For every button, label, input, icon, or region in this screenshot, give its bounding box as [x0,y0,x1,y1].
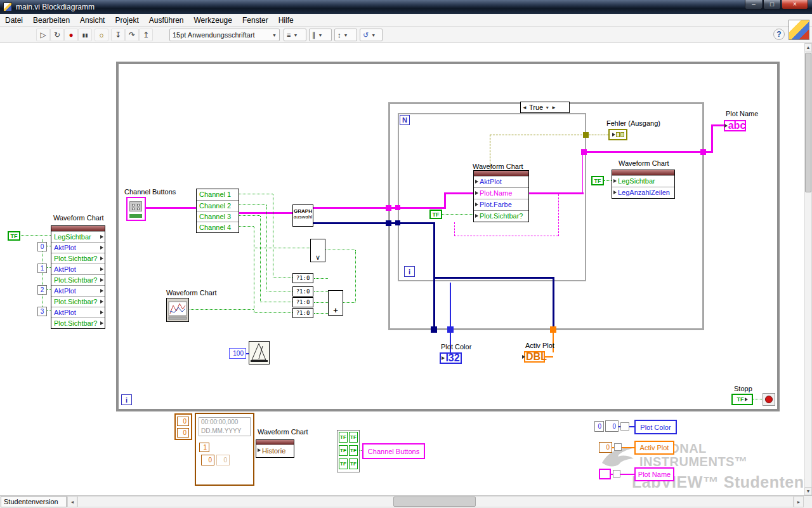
property-row[interactable]: AktPlot [51,242,105,253]
while-iteration-terminal[interactable]: i [121,394,132,405]
channel-item[interactable]: Channel 4 [197,222,239,232]
timestamp-cluster[interactable]: 00:00:00,000 DD.MM.YYYY 1 0 0 [195,413,254,486]
distribute-objects-button[interactable]: ∥ ▼ [309,29,332,41]
error-out-indicator[interactable] [608,129,627,140]
scroll-right-icon[interactable]: ► [794,496,804,507]
build-array-node[interactable]: ∨ [310,239,325,262]
property-row[interactable]: LegSichtbar [51,231,105,242]
property-row[interactable]: LegSichtbar [612,175,674,187]
menu-projekt[interactable]: Projekt [110,15,143,26]
boolean-array[interactable]: TF TF TF TF TF TF [337,430,360,472]
menu-ansicht[interactable]: Ansicht [75,15,110,26]
property-row[interactable]: Plot.Sichtbar? [51,274,105,285]
pause-icon[interactable]: ▮▮ [78,29,92,41]
select-node[interactable]: ?1:0 [292,286,313,297]
property-row[interactable]: Plot.Sichtbar? [51,296,105,307]
numeric-display[interactable]: 0 [605,420,619,432]
property-row[interactable]: Plot.Farbe [474,199,528,210]
index-constant[interactable]: 0 [37,242,47,251]
abort-icon[interactable]: ● [64,29,78,41]
select-node[interactable]: ?1:0 [292,273,313,283]
index-constant[interactable]: 3 [37,307,47,316]
property-row[interactable]: AktPlot [51,307,105,318]
property-row[interactable]: AktPlot [51,264,105,274]
channel-buttons-local[interactable]: Channel Buttons [362,443,425,459]
scroll-left-icon[interactable]: ◄ [67,496,77,507]
numeric-display-dimmed[interactable]: 0 [216,455,230,465]
property-node-waveform-chart-left[interactable]: LegSichtbar AktPlot Plot.Sichtbar? AktPl… [51,225,105,329]
case-next-icon[interactable]: ► [551,105,556,110]
align-objects-button[interactable]: ≡ ▼ [284,29,306,41]
run-icon[interactable]: ▷ [36,29,50,41]
boolean-constant[interactable]: TF [429,210,442,219]
loop-condition-terminal[interactable] [763,393,775,406]
case-selector[interactable]: ◄ True ▼ ► [520,102,570,113]
menu-ausfuehren[interactable]: Ausführen [144,15,189,26]
property-row[interactable]: AktPlot [474,176,528,187]
stopp-control-terminal[interactable]: TF [731,394,753,405]
tf-cell[interactable]: TF [339,458,348,469]
index-constant[interactable]: 2 [37,285,47,295]
help-icon[interactable]: ? [773,29,785,40]
run-continuous-icon[interactable]: ↻ [50,29,64,41]
property-node-waveform-chart-case[interactable]: AktPlot Plot.Name Plot.Farbe Plot.Sichtb… [473,170,529,222]
step-over-icon[interactable]: ↷ [125,29,139,41]
context-help-box[interactable]: Studentenversion [1,496,67,507]
numeric-display[interactable]: 0 [177,428,189,438]
wait-ms-constant[interactable]: 100 [229,348,246,359]
color-box[interactable] [620,422,629,431]
property-node-historie[interactable]: Historie [256,439,294,458]
font-selector[interactable]: 15pt Anwendungsschriftart ▼ [169,29,280,41]
minimize-button[interactable]: – [745,0,763,10]
small-box[interactable] [613,470,620,478]
plot-color-indicator[interactable]: I32 [440,352,462,364]
channel-buttons-terminal[interactable] [126,197,146,221]
menu-werkzeuge[interactable]: Werkzeuge [188,15,237,26]
numeric-display[interactable]: 0 [201,455,214,465]
numeric-cluster[interactable]: 0 0 [174,413,192,440]
boolean-constant[interactable]: TF [8,231,20,241]
numeric-display[interactable]: 0 [599,442,612,453]
reorder-objects-button[interactable]: ↺ ▼ [360,29,383,41]
plot-color-local[interactable]: Plot Color [634,420,677,434]
property-row[interactable]: Plot.Sichtbar? [474,210,528,222]
property-row[interactable]: AktPlot [51,285,105,296]
property-row[interactable]: LegAnzahlZeilen [612,187,674,198]
for-iteration-terminal[interactable]: i [404,266,415,277]
timestamp-display[interactable]: 00:00:00,000 DD.MM.YYYY [199,417,251,436]
for-count-terminal[interactable]: N [400,115,410,125]
graph-auswahl-subvi[interactable]: GRAPH auswahl [292,204,313,227]
scroll-up-icon[interactable]: ▲ [804,43,812,51]
highlight-execution-icon[interactable]: ☼ [95,29,108,41]
activ-plot-local[interactable]: Activ Plot [634,441,674,455]
property-node-waveform-chart-right[interactable]: LegSichtbar LegAnzahlZeilen [612,170,675,199]
step-out-icon[interactable]: ↥ [139,29,153,41]
wait-until-next-ms-node[interactable] [249,341,270,364]
property-row[interactable]: Historie [256,444,294,457]
numeric-display[interactable]: 1 [199,443,209,452]
index-display[interactable]: 0 [594,421,604,432]
channel-item[interactable]: Channel 2 [197,200,239,211]
compound-add-node[interactable]: + [328,290,343,316]
tf-cell[interactable]: TF [349,432,358,443]
index-constant[interactable]: 1 [37,264,47,273]
numeric-display[interactable]: 0 [177,417,189,426]
property-row[interactable]: Plot.Name [474,187,528,199]
plot-name-local[interactable]: Plot Name [634,467,674,481]
chevron-down-icon[interactable]: ▼ [545,105,549,110]
tf-cell[interactable]: TF [349,445,358,456]
maximize-button[interactable]: □ [763,0,781,10]
boolean-constant[interactable]: TF [591,176,604,185]
menu-hilfe[interactable]: Hilfe [273,15,299,26]
resize-objects-button[interactable]: ↕ ▼ [334,29,357,41]
close-button[interactable]: × [782,0,808,10]
step-into-icon[interactable]: ↧ [111,29,125,41]
vi-icon[interactable] [789,20,809,40]
activ-plot-indicator[interactable]: DBL [524,351,545,363]
select-node[interactable]: ?1:0 [292,297,313,307]
waveform-chart-terminal[interactable] [166,298,189,322]
plot-name-indicator[interactable]: abc [724,120,746,131]
menu-datei[interactable]: Datei [0,15,28,26]
string-display[interactable] [599,469,611,479]
tf-cell[interactable]: TF [349,458,358,469]
